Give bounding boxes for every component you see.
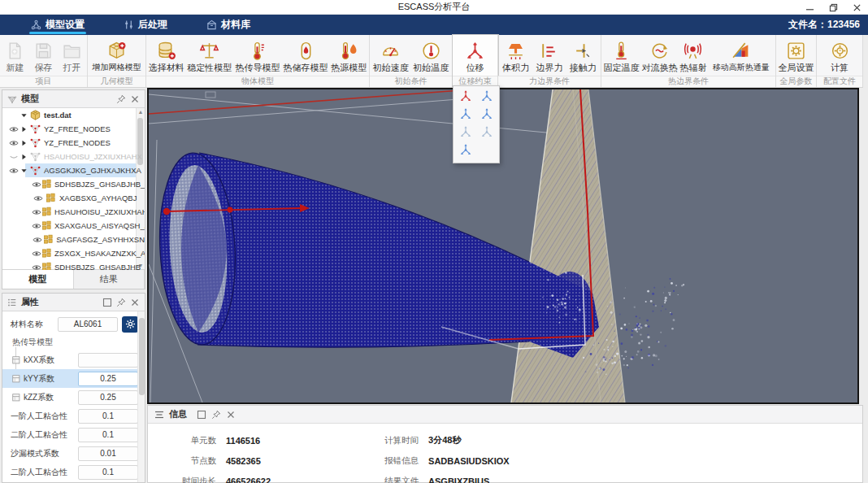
toolbar-button-初始温度[interactable]: 初始温度 (411, 37, 452, 76)
toolbar-button-边界力[interactable]: 边界力 (532, 37, 566, 76)
tree-tab-1[interactable]: 结果 (74, 270, 145, 289)
menu-tab-2[interactable]: 材料库 (198, 15, 258, 35)
eye-open-icon[interactable] (32, 250, 41, 258)
eye-open-icon[interactable] (32, 263, 41, 271)
tree-item[interactable]: AGSGKJKG_GJHXAJKHXA (2, 163, 145, 177)
3d-viewport[interactable] (147, 88, 859, 404)
toolbar-button-增加网格模型[interactable]: 增加网格模型 (89, 37, 145, 76)
info-field: 结果文件ASGBIXZBIUS (368, 471, 510, 483)
toolbar-group-6: 固定温度对流换热热辐射移动高斯热通量热边界条件 (601, 35, 776, 87)
pin-icon[interactable] (116, 94, 126, 104)
maximize-panel-icon[interactable] (197, 410, 206, 420)
eye-open-icon[interactable] (7, 139, 20, 147)
restore-button[interactable] (829, 3, 838, 12)
compute-icon: = (830, 39, 850, 62)
eye-open-icon[interactable] (7, 125, 20, 133)
toolbar-button-对流换热[interactable]: 对流换热 (640, 37, 679, 76)
caret-down-icon[interactable] (20, 112, 28, 119)
toolbar-button-选择材料[interactable]: 选择材料 (147, 37, 185, 76)
toolbar-button-初始速度[interactable]: 初始速度 (371, 37, 411, 76)
material-name-input[interactable] (58, 317, 118, 332)
menu-tab-0[interactable]: 模型设置 (23, 15, 93, 35)
caret-right-icon[interactable] (20, 154, 28, 160)
toolbar-button-热源模型[interactable]: 热源模型 (330, 37, 368, 76)
toolbar-button-体积力[interactable]: 体积力 (499, 37, 532, 76)
close-panel-icon[interactable] (130, 94, 140, 104)
model-panel-icon (7, 94, 17, 104)
property-input[interactable] (78, 390, 138, 405)
displacement-option-5[interactable] (476, 124, 497, 141)
contact-force-icon (573, 39, 593, 62)
properties-scrollbar[interactable] (137, 311, 145, 482)
tree-scrollbar[interactable]: ▲ ▼ (136, 108, 145, 270)
properties-list: 材料名称 热传导模型 kXX系数kYY系数kZZ系数 一阶人工粘合性二阶人工粘合… (2, 311, 145, 482)
tree-root-item[interactable]: test.dat (2, 108, 145, 122)
tree-item[interactable]: XAGBSXG_AYHAQBJ (2, 191, 145, 205)
tree-item[interactable]: YZ_FREE_NODES (2, 122, 145, 136)
toolbar-button-热传导模型[interactable]: 热传导模型 (233, 37, 281, 76)
caret-right-icon[interactable] (20, 140, 28, 146)
application-window: ESCASS分析平台 模型设置后处理材料库 文件名：123456 新建保存打开项… (0, 0, 868, 483)
displacement-option-3[interactable] (476, 107, 497, 124)
tree-item[interactable]: YZ_FREE_NODES (2, 136, 145, 150)
pin-icon[interactable] (211, 410, 221, 420)
displacement-option-6[interactable] (455, 142, 476, 159)
toolbar-button-新建[interactable]: 新建 (1, 37, 29, 76)
toolbar-button-打开[interactable]: 打开 (58, 37, 86, 76)
property-input[interactable] (78, 409, 138, 424)
parameter-rows: 一阶人工粘合性二阶人工粘合性沙漏模式系数二阶人工粘合性沙漏模式系数 (2, 407, 145, 482)
mesh-group-icon (28, 151, 41, 162)
tree-item[interactable]: SAGFASGZ_ASYHHXSN (2, 233, 145, 246)
tree-item[interactable]: HSAUHOISU_JZXIUXHAHX (2, 150, 145, 163)
eye-closed-icon[interactable] (7, 153, 20, 161)
close-panel-icon[interactable] (130, 298, 140, 307)
eye-open-icon[interactable] (32, 222, 41, 230)
tree-tab-0[interactable]: 模型 (2, 270, 74, 289)
svg-text:=: = (839, 49, 841, 53)
toolbar-button-计算[interactable]: =计算 (818, 37, 861, 76)
maximize-panel-icon[interactable] (102, 298, 112, 307)
close-panel-icon[interactable] (226, 410, 236, 420)
property-input[interactable] (78, 372, 138, 386)
minimize-button[interactable] (805, 3, 814, 12)
toolbar-button-全局设置[interactable]: 全局设置 (777, 37, 815, 76)
eye-open-icon[interactable] (32, 181, 41, 189)
eye-open-icon[interactable] (32, 208, 41, 216)
toolbar-button-移动高斯热通量[interactable]: 移动高斯热通量 (708, 37, 775, 76)
gauss-flux-icon (731, 39, 751, 62)
property-input[interactable] (78, 428, 138, 442)
property-row-kZZ系数: kZZ系数 (2, 388, 145, 407)
displacement-option-2[interactable] (455, 107, 476, 124)
tree-item[interactable]: SDHSBJZS_GHSABJHB_ZAHU (2, 177, 145, 191)
boundary-force-icon (539, 39, 559, 62)
displacement-option-1[interactable] (476, 89, 497, 106)
info-field: 时间步长466526622 (166, 471, 271, 483)
tree-item[interactable]: ZSXGX_HSAKAZNZXK_AHASX (2, 246, 145, 260)
property-input[interactable] (78, 446, 138, 461)
toolbar-button-保存[interactable]: 保存 (29, 37, 58, 76)
property-input[interactable] (78, 353, 138, 368)
material-settings-button[interactable] (122, 316, 138, 333)
toolbar-button-热辐射[interactable]: 热辐射 (679, 37, 707, 76)
toolbar-button-位移[interactable]: 位移 (454, 37, 497, 76)
displacement-option-4[interactable] (455, 124, 476, 141)
eye-open-icon[interactable] (32, 236, 42, 244)
eye-open-icon[interactable] (32, 194, 44, 202)
displacement-option-0[interactable] (455, 89, 476, 106)
property-input[interactable] (78, 465, 138, 480)
eye-open-icon[interactable] (7, 167, 20, 175)
toolbar-button-接触力[interactable]: 接触力 (566, 37, 600, 76)
close-window-button[interactable] (853, 3, 861, 12)
toolbar-button-热储存模型[interactable]: 热储存模型 (282, 37, 330, 76)
toolbar-button-稳定性模型[interactable]: 稳定性模型 (185, 37, 233, 76)
toolbar-group-label: 力边界条件 (498, 76, 601, 87)
caret-right-icon[interactable] (20, 126, 28, 133)
caret-down-icon[interactable] (20, 168, 28, 174)
tree-item[interactable]: XSAXGAUS_AISYAQSH_ASHX (2, 219, 145, 233)
pin-icon[interactable] (116, 298, 126, 307)
convection-icon (649, 39, 670, 62)
displacement-axes-icon (465, 39, 485, 62)
tree-item[interactable]: HSAUHOISU_JZXIUXHAHX (2, 205, 145, 219)
toolbar-button-固定温度[interactable]: 固定温度 (602, 37, 640, 76)
menu-tab-1[interactable]: 后处理 (115, 15, 176, 35)
